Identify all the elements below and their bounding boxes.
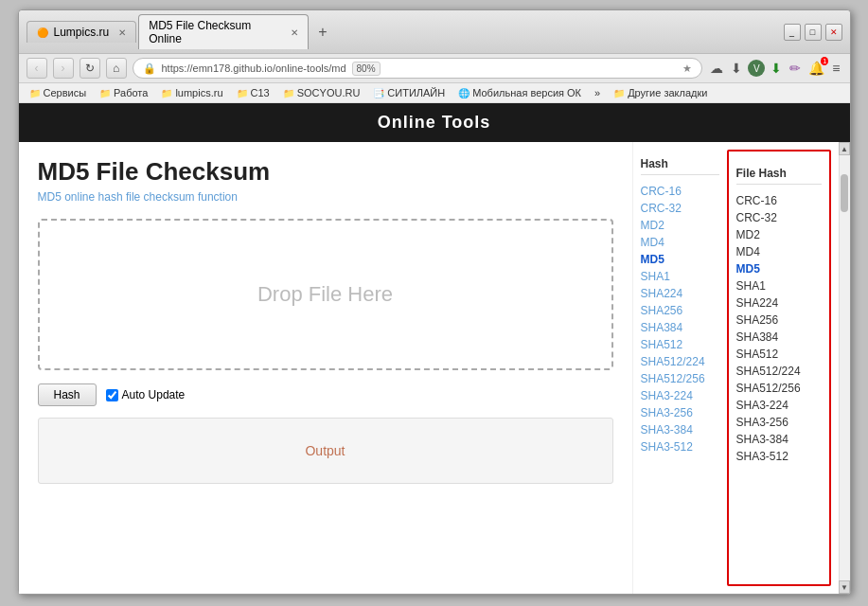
bookmark-rabota[interactable]: 📁 Работа: [97, 86, 151, 99]
bookmark-star-icon[interactable]: ★: [682, 62, 692, 75]
file-hash-item[interactable]: SHA512: [736, 346, 822, 363]
url-text: https://emn178.github.io/online-tools/md: [162, 62, 346, 74]
file-hash-item[interactable]: MD5: [736, 260, 822, 277]
hash-item[interactable]: SHA256: [641, 302, 719, 319]
home-button[interactable]: ⌂: [106, 58, 127, 79]
hash-item[interactable]: SHA384: [641, 319, 719, 336]
bookmark-mobile-ok[interactable]: 🌐 Мобильная версия ОК: [455, 86, 584, 99]
scroll-thumb[interactable]: [841, 174, 848, 212]
bookmark-folder-icon-4: 📁: [237, 88, 248, 98]
file-hash-item[interactable]: SHA512/224: [736, 363, 822, 380]
file-hash-item[interactable]: SHA384: [736, 329, 822, 346]
new-tab-button[interactable]: +: [310, 20, 334, 45]
menu-icon[interactable]: ≡: [830, 59, 841, 78]
file-hash-item[interactable]: SHA224: [736, 294, 822, 312]
bookmark-folder-icon-5: 📁: [283, 88, 294, 98]
drop-zone[interactable]: Drop File Here: [38, 219, 613, 370]
url-box[interactable]: 🔒 https://emn178.github.io/online-tools/…: [133, 58, 703, 79]
tab-close-1[interactable]: ✕: [118, 27, 126, 38]
tab-md5[interactable]: MD5 File Checksum Online ✕: [138, 14, 309, 49]
browser-window: 🟠 Lumpics.ru ✕ MD5 File Checksum Online …: [18, 9, 851, 595]
file-hash-item[interactable]: SHA512/256: [736, 380, 822, 397]
file-hash-item[interactable]: CRC-16: [736, 192, 822, 209]
hash-item[interactable]: CRC-16: [641, 183, 719, 200]
output-area: Output: [38, 418, 613, 484]
scroll-down-arrow[interactable]: ▼: [839, 580, 850, 594]
content-left: MD5 File Checksum MD5 online hash file c…: [19, 142, 632, 594]
bookmarks-bar: 📁 Сервисы 📁 Работа 📁 lumpics.ru 📁 C13 📁 …: [19, 83, 850, 103]
bookmark-label-5: SOCYOU.RU: [297, 87, 361, 98]
file-hash-item[interactable]: MD2: [736, 226, 822, 243]
toolbar-icons: ☁ ⬇ V ⬇ ✏ 🔔1 ≡: [708, 59, 841, 78]
bookmark-more-icon: »: [594, 87, 600, 98]
auto-update-label: Auto Update: [122, 388, 186, 401]
tab-close-2[interactable]: ✕: [291, 27, 298, 38]
bookmark-folder-icon-2: 📁: [99, 88, 111, 98]
download-icon[interactable]: ⬇: [729, 59, 744, 78]
address-bar: ‹ › ↻ ⌂ 🔒 https://emn178.github.io/onlin…: [19, 54, 850, 83]
antivirus-icon[interactable]: ⬇: [769, 59, 784, 78]
vpn-icon[interactable]: V: [748, 60, 765, 77]
file-hash-item[interactable]: SHA3-256: [736, 414, 822, 431]
hash-item[interactable]: SHA3-384: [641, 421, 719, 438]
bookmark-other[interactable]: 📁 Другие закладки: [611, 86, 710, 99]
hash-item[interactable]: SHA512/256: [641, 370, 719, 387]
bookmark-folder-icon-1: 📁: [29, 88, 41, 98]
bookmark-lumpics[interactable]: 📁 lumpics.ru: [158, 86, 225, 99]
hash-item[interactable]: SHA3-512: [641, 438, 719, 455]
file-hash-item[interactable]: SHA3-512: [736, 448, 822, 465]
file-hash-item[interactable]: MD4: [736, 243, 822, 260]
page-subtitle: MD5 online hash file checksum function: [38, 190, 613, 204]
hash-controls: Hash Auto Update: [38, 383, 613, 406]
maximize-button[interactable]: □: [805, 24, 822, 41]
hash-item[interactable]: CRC-32: [641, 200, 719, 217]
scroll-up-arrow[interactable]: ▲: [839, 142, 850, 155]
file-hash-item[interactable]: CRC-32: [736, 209, 822, 226]
auto-update-wrap: Auto Update: [106, 388, 186, 401]
file-hash-item[interactable]: SHA1: [736, 277, 822, 294]
bookmark-folder-icon-3: 📁: [161, 88, 172, 98]
title-bar: 🟠 Lumpics.ru ✕ MD5 File Checksum Online …: [19, 10, 850, 54]
notification-icon[interactable]: 🔔1: [806, 59, 826, 78]
site-header: Online Tools: [19, 103, 850, 142]
file-hash-items: CRC-16CRC-32MD2MD4MD5SHA1SHA224SHA256SHA…: [736, 192, 822, 465]
hash-item[interactable]: SHA3-224: [641, 387, 719, 404]
hash-item[interactable]: SHA512/224: [641, 353, 719, 370]
tab-lumpics[interactable]: 🟠 Lumpics.ru ✕: [27, 21, 137, 43]
pen-icon[interactable]: ✏: [788, 59, 803, 78]
bookmark-c13[interactable]: 📁 C13: [234, 86, 273, 99]
forward-button[interactable]: ›: [53, 58, 74, 79]
hash-item[interactable]: MD5: [641, 251, 719, 268]
bookmark-globe-icon: 🌐: [458, 88, 469, 98]
scrollbar: ▲ ▼: [839, 142, 850, 594]
bookmark-citilain[interactable]: 📑 СИТИЛАЙН: [370, 86, 448, 99]
downloads-icon[interactable]: ☁: [708, 59, 725, 78]
bookmark-servisy[interactable]: 📁 Сервисы: [27, 86, 90, 99]
hash-item[interactable]: SHA512: [641, 336, 719, 353]
hash-button[interactable]: Hash: [38, 383, 97, 406]
file-hash-column-header: File Hash: [736, 167, 822, 185]
refresh-button[interactable]: ↻: [80, 58, 100, 79]
zoom-level: 80%: [352, 62, 381, 76]
bookmark-label-6: СИТИЛАЙН: [387, 87, 445, 98]
file-hash-column: File Hash CRC-16CRC-32MD2MD4MD5SHA1SHA22…: [727, 150, 831, 586]
hash-item[interactable]: MD2: [641, 217, 719, 234]
title-bar-controls: _ □ ✕: [784, 24, 842, 41]
file-hash-item[interactable]: SHA3-384: [736, 431, 822, 448]
bookmark-label-4: C13: [251, 87, 270, 98]
main-area: MD5 File Checksum MD5 online hash file c…: [19, 142, 850, 594]
file-hash-item[interactable]: SHA256: [736, 312, 822, 329]
hash-item[interactable]: SHA224: [641, 285, 719, 302]
auto-update-checkbox[interactable]: [106, 389, 118, 401]
drop-zone-text: Drop File Here: [257, 282, 393, 307]
minimize-button[interactable]: _: [784, 24, 801, 41]
back-button[interactable]: ‹: [27, 58, 47, 79]
hash-item[interactable]: SHA1: [641, 268, 719, 285]
hash-item[interactable]: SHA3-256: [641, 404, 719, 421]
bookmark-socyou[interactable]: 📁 SOCYOU.RU: [280, 86, 363, 99]
close-button[interactable]: ✕: [825, 24, 842, 41]
hash-item[interactable]: MD4: [641, 234, 719, 251]
file-hash-item[interactable]: SHA3-224: [736, 397, 822, 414]
bookmark-folder-icon-8: 📁: [613, 88, 625, 98]
bookmark-more[interactable]: »: [592, 86, 603, 99]
